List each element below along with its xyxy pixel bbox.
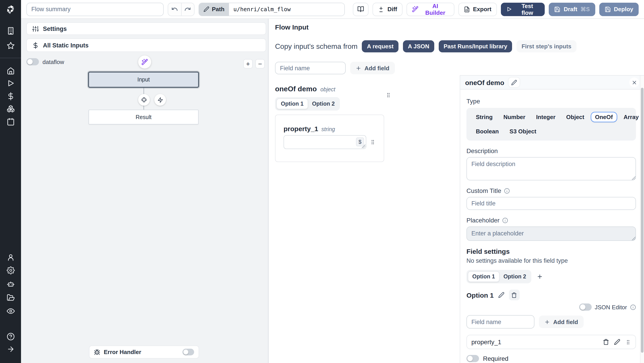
required-row: Required <box>466 355 636 362</box>
windmill-logo[interactable] <box>0 4 21 15</box>
plus-icon <box>356 65 361 71</box>
property-value-input[interactable]: $ <box>284 135 366 149</box>
inspector-property-name: property_1 <box>471 338 501 345</box>
delete-option-button[interactable] <box>509 290 520 300</box>
inspector-tab-option-1[interactable]: Option 1 <box>468 271 499 282</box>
copy-source-request-button[interactable]: A request <box>362 40 398 52</box>
runs-play-icon[interactable] <box>0 79 21 87</box>
variables-dollar-icon[interactable] <box>0 92 21 100</box>
add-option-button[interactable] <box>537 273 543 280</box>
tab-option-1[interactable]: Option 1 <box>276 99 308 109</box>
redo-button[interactable] <box>181 3 194 16</box>
no-settings-text: No settings available for this field typ… <box>466 257 636 264</box>
error-handler-row[interactable]: Error Handler <box>89 345 199 358</box>
star-icon[interactable] <box>0 42 21 50</box>
type-boolean[interactable]: Boolean <box>471 126 503 137</box>
resources-boxes-icon[interactable] <box>0 105 21 113</box>
inspector-field-name-input[interactable] <box>466 315 534 328</box>
inspector-tab-option-2[interactable]: Option 2 <box>499 271 530 282</box>
plus-icon <box>537 273 543 280</box>
tab-option-2[interactable]: Option 2 <box>308 99 338 109</box>
info-icon <box>504 188 510 194</box>
placeholder-label: Placeholder <box>466 217 636 224</box>
scrollbar-thumb[interactable] <box>641 88 643 353</box>
zoom-out-button[interactable]: − <box>255 59 265 69</box>
add-field-button[interactable]: Add field <box>350 62 395 74</box>
placeholder-textarea[interactable] <box>466 226 636 241</box>
field-name-input[interactable] <box>275 62 346 74</box>
schedules-calendar-icon[interactable] <box>0 118 21 126</box>
copy-source-past-runs-button[interactable]: Past Runs/Input library <box>439 40 512 52</box>
type-number[interactable]: Number <box>499 112 530 122</box>
draft-shortcut: ⌘S <box>580 6 590 13</box>
path-chip[interactable]: Path <box>199 3 229 16</box>
robot-icon[interactable] <box>0 280 21 288</box>
json-editor-toggle[interactable] <box>579 303 592 311</box>
copy-source-json-button[interactable]: A JSON <box>403 40 434 52</box>
close-inspector-button[interactable] <box>629 78 639 87</box>
help-circle-icon[interactable] <box>0 332 21 341</box>
path-input[interactable] <box>229 3 344 16</box>
undo-button[interactable] <box>168 3 181 16</box>
sidebar-divider <box>0 58 21 58</box>
folder-open-icon[interactable] <box>0 294 21 302</box>
rename-field-button[interactable] <box>508 78 520 87</box>
flow-summary-input[interactable] <box>26 3 164 16</box>
zoom-in-button[interactable]: + <box>243 59 253 69</box>
book-open-icon <box>357 6 364 13</box>
deploy-button[interactable]: Deploy <box>599 3 639 16</box>
copy-source-first-step-button[interactable]: First step's inputs <box>516 40 576 52</box>
type-string[interactable]: String <box>471 112 497 122</box>
dollar-icon <box>32 42 39 49</box>
copy-schema-label: Copy input's schema from <box>275 42 358 50</box>
inspector-property-row[interactable]: property_1 <box>466 335 636 349</box>
resize-handle[interactable] <box>362 145 366 148</box>
draft-button[interactable]: Draft ⌘S <box>549 3 595 16</box>
close-icon <box>631 80 637 85</box>
ai-builder-button[interactable]: AI Builder <box>406 3 454 16</box>
type-oneof[interactable]: OneOf <box>590 112 617 122</box>
insert-step-button[interactable] <box>138 94 150 106</box>
drag-grip-icon[interactable] <box>625 339 631 345</box>
diff-button[interactable]: Diff <box>373 3 402 16</box>
type-integer[interactable]: Integer <box>532 112 560 122</box>
home-icon[interactable] <box>0 67 21 75</box>
pencil-icon <box>614 339 620 345</box>
resize-handle[interactable] <box>632 237 636 240</box>
error-handler-toggle[interactable] <box>182 349 194 355</box>
test-flow-button[interactable]: Test flow <box>501 3 545 16</box>
edit-property-button[interactable] <box>614 339 620 345</box>
dataflow-toggle[interactable] <box>26 58 39 65</box>
drag-grip-icon[interactable] <box>386 92 391 98</box>
path-label: Path <box>212 6 224 13</box>
type-s3-object[interactable]: S3 Object <box>505 126 541 137</box>
type-object[interactable]: Object <box>562 112 589 122</box>
expand-arrow-right-icon[interactable] <box>0 345 21 353</box>
docs-book-button[interactable] <box>353 3 368 16</box>
settings-gear-icon[interactable] <box>0 266 21 274</box>
result-node[interactable]: Result <box>88 110 198 124</box>
inspector-scrollbar[interactable] <box>640 76 644 363</box>
export-button[interactable]: Export <box>458 3 497 16</box>
flow-settings-row[interactable]: Settings <box>26 22 266 35</box>
required-toggle[interactable] <box>466 355 479 362</box>
custom-title-input[interactable] <box>466 197 636 210</box>
type-array[interactable]: Array <box>619 112 643 122</box>
description-textarea[interactable] <box>466 157 636 180</box>
topbar: Path Diff AI Builder Export Test flow Dr… <box>21 0 644 19</box>
resize-handle[interactable] <box>632 176 636 180</box>
eye-icon[interactable] <box>0 307 21 315</box>
building-icon[interactable] <box>0 27 21 35</box>
input-node[interactable]: Input <box>88 72 199 88</box>
delete-property-button[interactable] <box>603 339 609 345</box>
all-static-inputs-row[interactable]: All Static Inputs <box>26 39 266 52</box>
drag-grip-icon[interactable] <box>370 139 376 145</box>
rename-option-button[interactable] <box>498 292 504 298</box>
pencil-icon <box>498 292 504 298</box>
trigger-zap-button[interactable] <box>154 94 166 106</box>
inspector-option-tabs: Option 1 Option 2 <box>466 270 532 283</box>
dataflow-row: dataflow <box>26 58 64 65</box>
inspector-add-field-button[interactable]: Add field <box>539 315 584 328</box>
user-icon[interactable] <box>0 253 21 261</box>
ai-flow-wand-button[interactable] <box>138 56 151 69</box>
